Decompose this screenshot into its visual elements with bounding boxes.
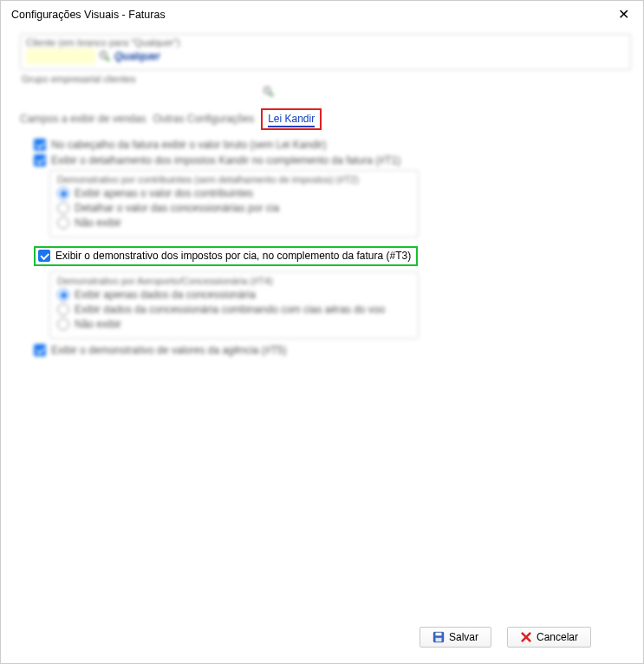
tab-outras-config[interactable]: Outras Configurações — [153, 113, 254, 125]
checkbox-detalhamento-t1[interactable] — [34, 154, 46, 166]
save-button[interactable]: Salvar — [420, 627, 491, 648]
label-cabecalho-bruto: No cabeçalho da fatura exibir o valor br… — [51, 139, 327, 151]
cancel-button[interactable]: Cancelar — [507, 627, 591, 648]
label-t5: Exibir o demonstrativo de valores da agê… — [51, 344, 286, 356]
svg-rect-8 — [435, 638, 441, 641]
label-t4-a: Exibir apenas dados da concessionária — [75, 289, 256, 301]
search-icon[interactable] — [99, 50, 111, 62]
label-t2-c: Não exibir — [75, 217, 121, 229]
label-t2-a: Exibir apenas o valor dos contribuintes — [75, 187, 253, 199]
checkbox-t3[interactable] — [38, 250, 50, 262]
search-icon[interactable] — [263, 86, 275, 98]
label-t4-b: Exibir dados da concessionária combinand… — [75, 303, 385, 316]
label-t3: Exibir o demonstrativo dos impostos por … — [55, 250, 411, 262]
cliente-input[interactable] — [26, 49, 95, 64]
save-button-label: Salvar — [449, 631, 478, 643]
radio-t4-nao-exibir[interactable] — [57, 318, 69, 330]
group-t2-title: Demonstrativo por contribuintes (sem det… — [57, 174, 411, 185]
tab-lei-kandir-highlight: Lei Kandir — [261, 108, 322, 130]
cliente-label: Cliente (em branco para "Qualquer") — [26, 37, 625, 48]
grupo-label: Grupo empresarial clientes — [22, 74, 631, 84]
cliente-field-group: Cliente (em branco para "Qualquer") Qual… — [20, 34, 631, 70]
label-detalhamento-t1: Exibir o detalhamento dos impostos Kandi… — [51, 154, 400, 166]
svg-point-2 — [107, 58, 110, 62]
close-button[interactable]: ✕ — [613, 6, 634, 23]
save-icon — [433, 631, 445, 643]
svg-rect-7 — [435, 633, 441, 636]
radio-t4-dados-concessionaria[interactable] — [57, 289, 69, 301]
checkbox-cabecalho-bruto[interactable] — [34, 139, 46, 151]
label-t2-b: Detalhar o valor das concessionárias por… — [75, 202, 279, 214]
label-t4-c: Não exibir — [75, 318, 121, 330]
window-title: Configurações Visuais - Faturas — [11, 9, 166, 21]
cliente-placeholder: Qualquer — [114, 50, 160, 62]
checkbox-t5[interactable] — [34, 344, 46, 356]
group-t4: Demonstrativo por Aeroporto/Concessionár… — [49, 271, 419, 339]
group-t2: Demonstrativo por contribuintes (sem det… — [49, 170, 419, 238]
radio-t2-valor-contribuintes[interactable] — [57, 187, 69, 199]
radio-t4-combinando-cias[interactable] — [57, 303, 69, 316]
tab-campos-vendas[interactable]: Campos a exibir de vendas — [20, 113, 146, 125]
svg-point-0 — [101, 52, 107, 58]
radio-t2-nao-exibir[interactable] — [57, 217, 69, 229]
svg-point-3 — [264, 88, 270, 94]
radio-t2-detalhar-concessionarias[interactable] — [57, 202, 69, 214]
svg-point-5 — [270, 94, 274, 97]
cancel-icon — [520, 631, 532, 643]
grupo-row — [20, 86, 631, 101]
checkbox-t3-highlight: Exibir o demonstrativo dos impostos por … — [34, 246, 418, 266]
cancel-button-label: Cancelar — [537, 631, 578, 643]
group-t4-title: Demonstrativo por Aeroporto/Concessionár… — [57, 276, 411, 286]
tab-lei-kandir[interactable]: Lei Kandir — [268, 113, 315, 127]
